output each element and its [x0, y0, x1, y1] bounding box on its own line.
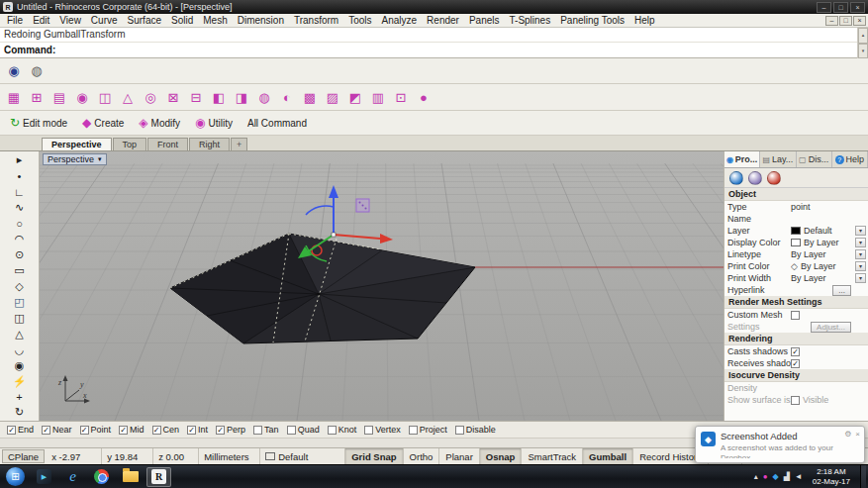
mesh-split-icon[interactable]: ◧	[208, 87, 230, 108]
osnap-perp-checkbox[interactable]: ✓	[216, 426, 225, 435]
mesh-repair-icon[interactable]: ▨	[322, 87, 343, 108]
current-layer-indicator[interactable]: Default	[260, 448, 345, 464]
tab-display[interactable]: ▢Dis...	[797, 151, 832, 167]
viewport-tab-perspective[interactable]: Perspective	[42, 138, 112, 150]
mdi-restore-button[interactable]: □	[839, 16, 852, 26]
menu-item-curve[interactable]: Curve	[86, 15, 123, 26]
object-properties-icon[interactable]	[729, 171, 743, 185]
mesh-settings-icon[interactable]: ●	[413, 87, 434, 108]
mesh-cylinder-icon[interactable]: ◫	[94, 87, 116, 108]
media-app-icon[interactable]: ▶	[32, 467, 56, 487]
close-button[interactable]: ×	[850, 2, 865, 13]
mesh-torus-icon[interactable]: ◎	[140, 87, 161, 108]
show-desktop-button[interactable]	[860, 465, 866, 488]
viewport-tab-right[interactable]: Right	[189, 138, 230, 150]
osnap-cen[interactable]: ✓Cen	[152, 425, 180, 435]
surface-icon[interactable]: ◰	[7, 294, 33, 310]
casts-shadows-checkbox[interactable]: ✓	[791, 347, 800, 356]
status-toggle-osnap[interactable]: Osnap	[480, 448, 523, 464]
subd-display-icon[interactable]: ◉	[3, 60, 25, 81]
osnap-point-checkbox[interactable]: ✓	[80, 426, 89, 435]
dropbox-notification[interactable]: ◆ Screenshot Added A screenshot was adde…	[695, 426, 865, 463]
layer-dropdown-icon[interactable]: ▾	[855, 226, 866, 236]
chrome-icon[interactable]	[89, 467, 114, 487]
match-properties-icon[interactable]	[748, 171, 762, 185]
volume-icon[interactable]: ◄	[795, 472, 803, 481]
menu-item-surface[interactable]: Surface	[123, 15, 166, 26]
mesh-trim-icon[interactable]: ◨	[231, 87, 252, 108]
menu-item-render[interactable]: Render	[422, 15, 464, 26]
viewport-tab-top[interactable]: Top	[113, 138, 147, 150]
minimize-button[interactable]: –	[817, 2, 831, 13]
osnap-disable[interactable]: Disable	[455, 425, 496, 435]
mesh-sphere-icon[interactable]: ◉	[71, 87, 93, 108]
mesh-box-icon[interactable]: ⊞	[26, 87, 48, 108]
utility-button[interactable]: ◉Utility	[188, 111, 240, 135]
osnap-project[interactable]: Project	[409, 425, 447, 435]
command-scrollbar[interactable]: ▴ ▾	[857, 28, 868, 58]
osnap-vertex[interactable]: Vertex	[364, 425, 401, 435]
loft-icon[interactable]: ◫	[7, 310, 33, 326]
status-toggle-smarttrack[interactable]: SmartTrack	[522, 448, 583, 464]
osnap-tan[interactable]: Tan	[253, 425, 279, 435]
menu-item-tools[interactable]: Tools	[343, 15, 376, 26]
hyperlink-button[interactable]: ...	[832, 285, 851, 296]
arc-icon[interactable]: ◠	[7, 232, 33, 247]
weld-vertices-icon[interactable]: ⊠	[162, 87, 184, 108]
osnap-int-checkbox[interactable]: ✓	[187, 426, 196, 435]
point-icon[interactable]: •	[7, 168, 33, 184]
perspective-viewport[interactable]: z y x Perspective ▾	[40, 151, 723, 421]
osnap-end[interactable]: ✓End	[7, 425, 34, 435]
osnap-mid-checkbox[interactable]: ✓	[119, 426, 128, 435]
status-toggle-planar[interactable]: Planar	[439, 448, 479, 464]
menu-item-analyze[interactable]: Analyze	[377, 15, 423, 26]
osnap-point[interactable]: ✓Point	[80, 425, 112, 435]
mesh-from-nurbs-icon[interactable]: ▦	[3, 87, 25, 108]
polygon-icon[interactable]: ◇	[7, 279, 33, 295]
all-command-button[interactable]: All Command	[241, 111, 314, 135]
osnap-disable-checkbox[interactable]	[455, 426, 464, 435]
boolean-icon[interactable]: ◉	[7, 357, 33, 373]
linetype-dropdown-icon[interactable]: ▾	[855, 249, 866, 259]
mesh-boolean-union-icon[interactable]: ◍	[253, 87, 275, 108]
settings-button[interactable]: Adjust...	[811, 322, 851, 333]
network-icon[interactable]: ▟	[784, 472, 790, 481]
menu-item-mesh[interactable]: Mesh	[198, 15, 232, 26]
mesh-boolean-difference-icon[interactable]: ◐	[276, 87, 298, 108]
modify-button[interactable]: ◈Modify	[132, 111, 187, 135]
polyline-icon[interactable]: ∟	[7, 184, 33, 200]
scroll-up-icon[interactable]: ▴	[858, 28, 868, 44]
tab-layers[interactable]: ▤Lay...	[760, 151, 796, 167]
internet-explorer-icon[interactable]: e	[60, 467, 85, 487]
maximize-button[interactable]: □	[833, 2, 848, 13]
custom-mesh-checkbox[interactable]	[791, 311, 800, 320]
scroll-down-icon[interactable]: ▾	[858, 44, 868, 59]
show-surface-is-checkbox[interactable]	[791, 396, 800, 405]
tab-help[interactable]: ?Help	[832, 151, 868, 167]
mdi-minimize-button[interactable]: –	[825, 16, 838, 26]
osnap-vertex-checkbox[interactable]	[364, 426, 373, 435]
select-arrow-icon[interactable]: ▸	[7, 152, 33, 168]
rectangle-icon[interactable]: ▭	[7, 263, 33, 279]
command-input[interactable]	[59, 45, 864, 56]
units-display[interactable]: Millimeters	[199, 448, 260, 464]
status-toggle-gumball[interactable]: Gumball	[583, 448, 633, 464]
fillet-icon[interactable]: ◡	[7, 342, 33, 357]
menu-item-t-splines[interactable]: T-Splines	[505, 15, 556, 26]
menu-item-solid[interactable]: Solid	[166, 15, 198, 26]
menu-item-edit[interactable]: Edit	[28, 15, 54, 26]
menu-item-transform[interactable]: Transform	[289, 15, 343, 26]
osnap-near[interactable]: ✓Near	[42, 425, 72, 435]
shaded-sphere-icon[interactable]: ◍	[26, 60, 48, 81]
osnap-knot-checkbox[interactable]	[328, 426, 337, 435]
show-hidden-icons[interactable]: ▴	[754, 472, 758, 481]
new-viewport-tab-button[interactable]: +	[231, 138, 247, 150]
ellipse-icon[interactable]: ⊙	[7, 247, 33, 263]
mesh-cone-icon[interactable]: △	[117, 87, 139, 108]
rotate-icon[interactable]: ↻	[7, 405, 33, 421]
gear-icon[interactable]: ⚙	[844, 430, 851, 439]
rhino-taskbar-icon[interactable]: R	[146, 467, 171, 487]
unweld-edge-icon[interactable]: ⊟	[185, 87, 207, 108]
print-color-dropdown-icon[interactable]: ▾	[855, 261, 866, 271]
flip-normals-icon[interactable]: ◩	[344, 87, 366, 108]
